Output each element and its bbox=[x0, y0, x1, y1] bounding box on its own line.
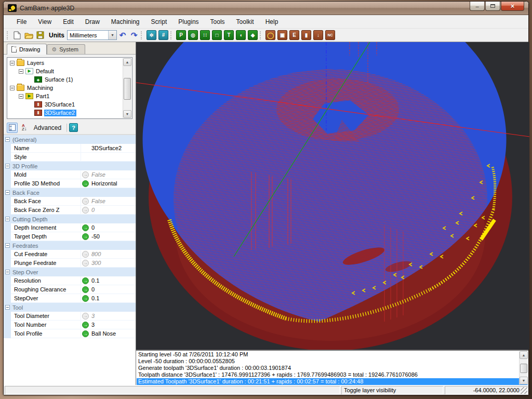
prop-stepover[interactable]: StepOver → 0.1 bbox=[4, 294, 136, 303]
save-file-icon[interactable] bbox=[35, 30, 45, 41]
alphabetical-sort-icon[interactable]: AZ↓ bbox=[20, 123, 29, 133]
log-panel[interactable]: Starting level -50 at 7/26/2011 10:12:40… bbox=[136, 350, 528, 385]
property-value[interactable]: 300 bbox=[90, 259, 136, 268]
property-default-icon[interactable]: → bbox=[81, 294, 90, 303]
prop-mold[interactable]: Mold → False bbox=[4, 170, 136, 179]
scroll-down-icon[interactable]: ▼ bbox=[520, 377, 528, 384]
profile-icon[interactable]: ◯ bbox=[265, 30, 275, 40]
property-value[interactable]: Ball Nose bbox=[90, 329, 136, 338]
scroll-up-icon[interactable]: ▲ bbox=[520, 351, 528, 359]
advanced-button[interactable]: Advanced bbox=[31, 124, 64, 131]
property-grid[interactable]: (General) → Name → 3DSurface2 Style bbox=[4, 135, 136, 385]
property-value[interactable] bbox=[90, 153, 136, 162]
property-default-icon[interactable]: → bbox=[81, 206, 90, 215]
maximize-button[interactable] bbox=[485, 2, 500, 11]
property-value[interactable]: 0.1 bbox=[90, 294, 136, 303]
property-value[interactable]: 3 bbox=[90, 321, 136, 329]
property-default-icon[interactable]: → bbox=[81, 144, 90, 153]
property-value[interactable]: False bbox=[90, 170, 136, 179]
property-value[interactable]: 0 bbox=[90, 285, 136, 294]
gcode-icon[interactable]: NC bbox=[325, 30, 335, 40]
property-value[interactable]: 0.1 bbox=[90, 276, 136, 285]
property-default-icon[interactable]: → bbox=[81, 276, 90, 285]
property-default-icon[interactable]: → bbox=[81, 170, 90, 179]
category-step-over[interactable]: Step Over → bbox=[4, 268, 136, 276]
tab-drawing[interactable]: Drawing bbox=[7, 44, 47, 55]
prop-back-face[interactable]: Back Face → False bbox=[4, 197, 136, 206]
collapse-icon[interactable] bbox=[5, 305, 10, 310]
property-default-icon[interactable]: → bbox=[81, 223, 90, 232]
circle-icon[interactable]: ◎ bbox=[188, 30, 198, 40]
viewport-3d[interactable] bbox=[136, 42, 528, 350]
tree-collapse-icon[interactable] bbox=[10, 86, 15, 90]
tree-item-part1[interactable]: Part1 bbox=[8, 92, 123, 100]
category-3d-profile[interactable]: 3D Profile → bbox=[4, 162, 136, 170]
pocket-icon[interactable]: ▣ bbox=[277, 30, 287, 40]
property-value[interactable]: 0 bbox=[90, 223, 136, 232]
property-value[interactable]: False bbox=[90, 197, 136, 206]
menu-item-view[interactable]: View bbox=[32, 16, 57, 28]
property-default-icon[interactable]: → bbox=[81, 153, 90, 162]
log-line[interactable]: Toolpath distance '3DSurface1' : 17476.9… bbox=[137, 371, 519, 378]
menu-item-edit[interactable]: Edit bbox=[57, 16, 79, 28]
category-general[interactable]: (General) → bbox=[4, 135, 136, 144]
tree-item-default[interactable]: Default bbox=[8, 67, 123, 75]
grid-icon[interactable]: # bbox=[158, 30, 168, 40]
lathe-icon[interactable]: ▮ bbox=[301, 30, 311, 40]
property-default-icon[interactable]: → bbox=[81, 285, 90, 294]
menu-item-script[interactable]: Script bbox=[145, 16, 173, 28]
log-line[interactable]: Generate toolpath '3DSurface1' duration … bbox=[137, 365, 519, 371]
property-value[interactable]: 800 bbox=[90, 250, 136, 259]
category-feedrates[interactable]: Feedrates → bbox=[4, 241, 136, 250]
property-default-icon[interactable]: → bbox=[81, 232, 90, 241]
drill-icon[interactable]: ↓ bbox=[313, 30, 323, 40]
prop-resolution[interactable]: Resolution → 0.1 bbox=[4, 276, 136, 285]
property-value[interactable]: Horizontal bbox=[90, 179, 136, 188]
resize-grip[interactable] bbox=[521, 387, 527, 394]
category-back-face[interactable]: Back Face → bbox=[4, 188, 136, 197]
property-value[interactable]: 3DSurface2 bbox=[90, 144, 136, 153]
menu-item-toolkit[interactable]: Toolkit bbox=[231, 16, 260, 28]
rectangle-icon[interactable]: □ bbox=[212, 30, 222, 40]
prop-tool-number[interactable]: Tool Number → 3 bbox=[4, 321, 136, 329]
tree-item-machining[interactable]: Machining bbox=[8, 84, 123, 92]
category-cutting-depth[interactable]: Cutting Depth → bbox=[4, 215, 136, 223]
collapse-icon[interactable] bbox=[5, 137, 10, 142]
snap-points-icon[interactable]: ✲ bbox=[147, 30, 156, 40]
tree-item-surface[interactable]: Surface (1) bbox=[8, 75, 123, 84]
menu-item-machining[interactable]: Machining bbox=[105, 16, 145, 28]
surface-icon[interactable]: ◈ bbox=[248, 30, 258, 40]
prop-tool-profile[interactable]: Tool Profile → Ball Nose bbox=[4, 329, 136, 338]
scroll-down-icon[interactable]: ▼ bbox=[123, 110, 131, 118]
undo-icon[interactable]: ↶ bbox=[117, 30, 128, 41]
tree-collapse-icon[interactable] bbox=[19, 69, 23, 74]
redo-icon[interactable]: ↷ bbox=[129, 30, 139, 41]
tree-collapse-icon[interactable] bbox=[10, 61, 15, 65]
engrave-icon[interactable]: E bbox=[289, 30, 299, 40]
new-file-icon[interactable] bbox=[12, 30, 22, 41]
category-tool[interactable]: Tool → bbox=[4, 303, 136, 312]
log-line[interactable]: Level -50 duration : 00:00:00.0552805 bbox=[137, 358, 519, 365]
menu-item-plugins[interactable]: Plugins bbox=[172, 16, 204, 28]
property-value[interactable]: 0 bbox=[90, 206, 136, 215]
tree-item-layers[interactable]: Layers bbox=[8, 59, 123, 67]
tree-scrollbar[interactable]: ▲ ▼ bbox=[123, 58, 131, 118]
log-scroll-thumb[interactable] bbox=[520, 364, 527, 373]
prop-name[interactable]: Name → 3DSurface2 bbox=[4, 144, 136, 153]
property-default-icon[interactable]: → bbox=[81, 250, 90, 259]
property-default-icon[interactable]: → bbox=[81, 329, 90, 338]
arc-icon[interactable]: ◖ bbox=[236, 30, 246, 40]
log-scrollbar[interactable]: ▲ ▼ bbox=[519, 351, 528, 384]
open-file-icon[interactable] bbox=[23, 30, 34, 41]
tab-system[interactable]: ⚙ System bbox=[47, 44, 85, 54]
text-icon[interactable]: T bbox=[224, 30, 234, 40]
title-bar[interactable]: CamBam+ apple3D – × bbox=[4, 2, 528, 15]
prop-depth-increment[interactable]: Depth Increment → 0 bbox=[4, 223, 136, 232]
prop-plunge-feedrate[interactable]: Plunge Feedrate → 300 bbox=[4, 259, 136, 268]
categorized-view-icon[interactable] bbox=[7, 123, 18, 133]
menu-item-file[interactable]: File bbox=[11, 16, 32, 28]
collapse-icon[interactable] bbox=[5, 217, 10, 221]
help-icon[interactable]: ? bbox=[69, 123, 78, 132]
prop-back-face-zero-z[interactable]: Back Face Zero Z → 0 bbox=[4, 206, 136, 215]
collapse-icon[interactable] bbox=[5, 243, 10, 248]
